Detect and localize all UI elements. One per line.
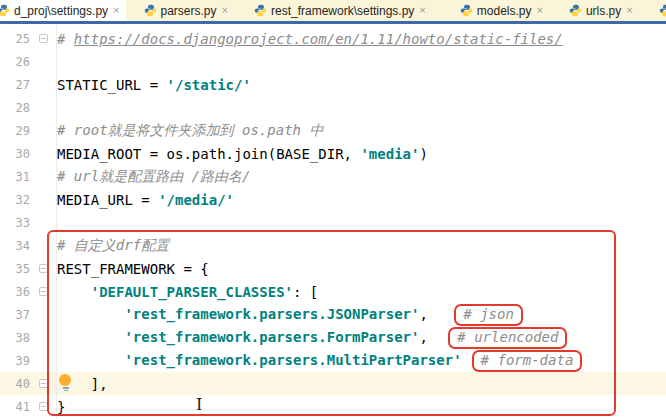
intention-bulb-icon[interactable]: [59, 374, 72, 391]
python-icon: [0, 4, 10, 17]
code-folding-marker-icon[interactable]: −: [39, 287, 48, 296]
code-folding-marker-icon[interactable]: −: [39, 402, 48, 411]
code-segment: 'rest_framework.parsers.JSONParser': [124, 306, 419, 322]
code-segment: https://docs.djangoproject.com/en/1.11/h…: [74, 31, 563, 47]
code-segment: ,: [419, 306, 436, 322]
code-text: 'rest_framework.parsers.JSONParser', # j…: [57, 304, 666, 326]
code-segment: '/static/': [167, 77, 251, 93]
code-line-28[interactable]: 28: [0, 96, 666, 119]
code-segment: [57, 352, 124, 368]
fold-column: −: [30, 402, 57, 411]
code-text: 'DEFAULT_PARSER_CLASSES': [: [57, 284, 666, 300]
fold-column: −: [30, 34, 57, 43]
code-segment: MEDIA_URL =: [57, 192, 158, 208]
code-segment: }: [57, 399, 65, 415]
code-line-33[interactable]: 33: [0, 211, 666, 234]
code-segment: # url就是配置路由 /路由名/: [57, 168, 250, 184]
close-tab-icon[interactable]: ×: [113, 5, 119, 16]
bulb-glass: [59, 374, 71, 386]
code-editor[interactable]: 25−# https://docs.djangoproject.com/en/1…: [0, 24, 666, 419]
code-segment: REST_FRAMEWORK = {: [57, 261, 209, 277]
line-number: 37: [0, 308, 30, 322]
line-number: 34: [0, 239, 30, 253]
python-icon: [144, 4, 157, 17]
code-segment: STATIC_URL =: [57, 77, 167, 93]
line-number: 39: [0, 354, 30, 368]
code-segment: 'DEFAULT_PARSER_CLASSES': [91, 284, 293, 300]
code-segment: ): [419, 146, 427, 162]
code-folding-marker-icon[interactable]: −: [39, 379, 48, 388]
code-line-27[interactable]: 27STATIC_URL = '/static/': [0, 73, 666, 96]
code-segment: 'rest_framework.parsers.MultiPartParser': [124, 352, 461, 368]
editor-tab-urls-py[interactable]: urls.py×: [565, 0, 639, 21]
line-number: 31: [0, 170, 30, 184]
code-text: ],: [57, 376, 666, 392]
annotated-comment: # urlencoded: [448, 327, 567, 349]
code-segment: MEDIA_ROOT = os.path.join(BASE_DIR,: [57, 146, 360, 162]
code-text: MEDIA_URL = '/media/': [57, 192, 666, 208]
code-segment: ,: [419, 329, 436, 345]
line-number: 27: [0, 78, 30, 92]
annotated-comment: # json: [454, 304, 523, 326]
line-number: 41: [0, 400, 30, 414]
python-icon: [460, 4, 473, 17]
fold-column: −: [30, 379, 57, 388]
editor-tab-d-proj-settings-py[interactable]: d_proj\settings.py×: [0, 0, 126, 21]
code-line-31[interactable]: 31# url就是配置路由 /路由名/: [0, 165, 666, 188]
editor-tab-parsers-py[interactable]: parsers.py×: [140, 0, 234, 21]
bulb-base: [64, 390, 68, 391]
annotated-comment: # form-data: [472, 350, 583, 372]
editor-tab-models-py[interactable]: models.py×: [456, 0, 549, 21]
line-number: 29: [0, 124, 30, 138]
line-number: 38: [0, 331, 30, 345]
code-text: }: [57, 399, 666, 415]
code-text: REST_FRAMEWORK = {: [57, 261, 666, 277]
close-tab-icon[interactable]: ×: [626, 5, 632, 16]
line-number: 26: [0, 55, 30, 69]
code-line-41[interactable]: 41−}: [0, 395, 666, 418]
fold-column: −: [30, 287, 57, 296]
tab-label: d_proj\settings.py: [14, 4, 108, 18]
code-line-40[interactable]: 40− ],: [0, 372, 666, 395]
code-line-37[interactable]: 37 'rest_framework.parsers.JSONParser', …: [0, 303, 666, 326]
code-line-29[interactable]: 29# root就是将文件夹添加到 os.path 中: [0, 119, 666, 142]
code-text: # root就是将文件夹添加到 os.path 中: [57, 122, 666, 140]
python-icon: [659, 4, 666, 17]
close-tab-icon[interactable]: ×: [537, 5, 543, 16]
code-line-39[interactable]: 39 'rest_framework.parsers.MultiPartPars…: [0, 349, 666, 372]
close-tab-icon[interactable]: ×: [419, 5, 425, 16]
code-segment: # 自定义drf配置: [57, 237, 169, 253]
code-segment: 'media': [360, 146, 419, 162]
line-number: 25: [0, 32, 30, 46]
code-line-26[interactable]: 26: [0, 50, 666, 73]
editor-tab-bar: d_proj\settings.py×parsers.py×rest_frame…: [0, 0, 666, 21]
tab-label: models.py: [477, 4, 532, 18]
code-folding-marker-icon[interactable]: −: [39, 264, 48, 273]
close-tab-icon[interactable]: ×: [222, 5, 228, 16]
python-icon: [254, 4, 267, 17]
code-line-34[interactable]: 34# 自定义drf配置: [0, 234, 666, 257]
code-line-35[interactable]: 35−REST_FRAMEWORK = {: [0, 257, 666, 280]
python-icon: [569, 4, 582, 17]
editor-tab-rest-framework-settings-py[interactable]: rest_framework\settings.py×: [250, 0, 432, 21]
code-line-30[interactable]: 30MEDIA_ROOT = os.path.join(BASE_DIR, 'm…: [0, 142, 666, 165]
tab-label: rest_framework\settings.py: [271, 4, 414, 18]
line-number: 28: [0, 101, 30, 115]
code-folding-marker-icon[interactable]: −: [39, 34, 48, 43]
line-number: 32: [0, 193, 30, 207]
tab-label: parsers.py: [161, 4, 217, 18]
code-text: # https://docs.djangoproject.com/en/1.11…: [57, 31, 666, 47]
code-text: 'rest_framework.parsers.MultiPartParser'…: [57, 350, 666, 372]
code-segment: : [: [293, 284, 318, 300]
code-line-38[interactable]: 38 'rest_framework.parsers.FormParser', …: [0, 326, 666, 349]
editor-tab-views-py[interactable]: views.py×: [655, 0, 666, 21]
line-number: 33: [0, 216, 30, 230]
code-segment: #: [57, 31, 74, 47]
code-line-32[interactable]: 32MEDIA_URL = '/media/': [0, 188, 666, 211]
code-line-25[interactable]: 25−# https://docs.djangoproject.com/en/1…: [0, 27, 666, 50]
code-line-36[interactable]: 36− 'DEFAULT_PARSER_CLASSES': [: [0, 280, 666, 303]
code-text: STATIC_URL = '/static/': [57, 77, 666, 93]
code-text: MEDIA_ROOT = os.path.join(BASE_DIR, 'med…: [57, 146, 666, 162]
code-text: # url就是配置路由 /路由名/: [57, 168, 666, 186]
code-segment: [57, 284, 91, 300]
